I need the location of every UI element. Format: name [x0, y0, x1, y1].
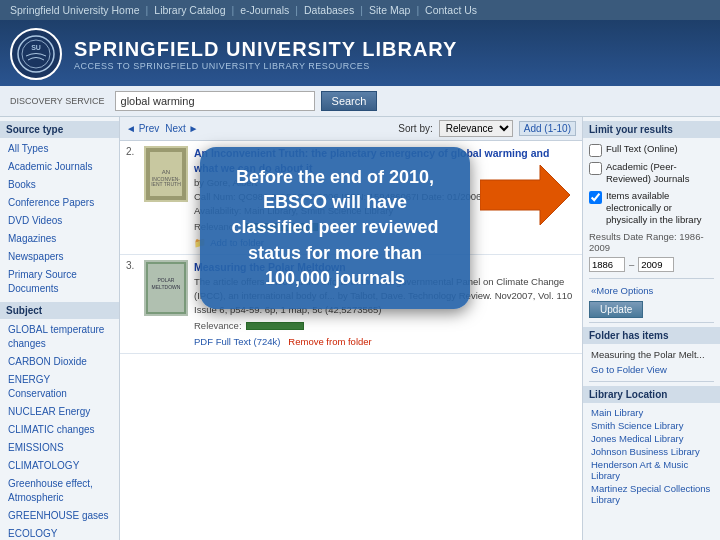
search-button[interactable]: Search	[321, 91, 378, 111]
sidebar-climatology[interactable]: CLIMATOLOGY	[0, 457, 119, 475]
university-tagline: Access to Springfield University Library…	[74, 61, 457, 71]
result-number-3: 3.	[126, 260, 138, 348]
folder-view-link[interactable]: Go to Folder View	[583, 362, 720, 377]
add-button[interactable]: Add (1-10)	[519, 121, 576, 136]
sidebar-greenhouse-gases[interactable]: GREENHOUSE gases	[0, 507, 119, 525]
university-seal: SU	[10, 28, 62, 80]
folder-item-1: Measuring the Polar Melt...	[583, 347, 720, 362]
main-content: Source type All Types Academic Journals …	[0, 117, 720, 540]
search-bar: DISCOVERY SERVICE Search	[0, 86, 720, 117]
sidebar-greenhouse-effect[interactable]: Greenhouse effect, Atmospheric	[0, 475, 119, 507]
tooltip-line5: 100,000 journals	[220, 266, 450, 291]
results-center: ◄ Prev Next ► Sort by: Relevance Add (1-…	[120, 117, 582, 540]
sidebar-academic-journals[interactable]: Academic Journals	[0, 158, 119, 176]
next-button[interactable]: Next ►	[165, 123, 198, 134]
nav-ejournals[interactable]: e-Journals	[240, 4, 289, 16]
sidebar-dvd-videos[interactable]: DVD Videos	[0, 212, 119, 230]
svg-text:SU: SU	[31, 44, 41, 51]
peer-reviewed-checkbox[interactable]	[589, 162, 602, 175]
results-bar: ◄ Prev Next ► Sort by: Relevance Add (1-…	[120, 117, 582, 141]
tooltip-line4: status for more than	[220, 241, 450, 266]
discovery-label: DISCOVERY SERVICE	[10, 96, 105, 106]
relevance-label-3: Relevance:	[194, 319, 242, 333]
update-button[interactable]: Update	[589, 301, 643, 318]
sidebar-conference-papers[interactable]: Conference Papers	[0, 194, 119, 212]
date-from-input[interactable]	[589, 257, 625, 272]
top-navigation: Springfield University Home | Library Ca…	[0, 0, 720, 20]
nav-sep: |	[146, 4, 149, 16]
nav-databases[interactable]: Databases	[304, 4, 354, 16]
result-number-2: 2.	[126, 146, 138, 249]
svg-text:MELTDOWN: MELTDOWN	[152, 284, 181, 290]
subject-heading: Subject	[0, 302, 119, 319]
sidebar-global-temp[interactable]: GLOBAL temperature changes	[0, 321, 119, 353]
date-range-label: Results Date Range: 1986-2009	[589, 231, 714, 253]
separator-1	[589, 278, 714, 279]
remove-folder-3[interactable]: Remove from folder	[288, 336, 371, 347]
university-name: SPRINGFIELD UNIVERSITY LIBRARY	[74, 38, 457, 61]
sidebar-energy-conservation[interactable]: ENERGY Conservation	[0, 371, 119, 403]
result-relevance-3: Relevance:	[194, 319, 576, 333]
tooltip-line3: classified peer reviewed	[220, 215, 450, 240]
sort-select[interactable]: Relevance	[439, 120, 513, 137]
sidebar-climatic-changes[interactable]: CLIMATIC changes	[0, 421, 119, 439]
loc-jones[interactable]: Jones Medical Library	[583, 432, 720, 445]
sort-label: Sort by:	[398, 123, 432, 134]
filter-available: Items available electronically or physic…	[583, 188, 720, 229]
sidebar-magazines[interactable]: Magazines	[0, 230, 119, 248]
svg-text:POLAR: POLAR	[158, 277, 175, 283]
location-heading: Library Location	[583, 386, 720, 403]
peer-reviewed-label: Academic (Peer-Reviewed) Journals	[606, 161, 714, 186]
tooltip-line2: EBSCO will have	[220, 190, 450, 215]
filter-peer-reviewed: Academic (Peer-Reviewed) Journals	[583, 159, 720, 188]
sidebar-all-types[interactable]: All Types	[0, 140, 119, 158]
prev-button[interactable]: ◄ Prev	[126, 123, 159, 134]
loc-smith[interactable]: Smith Science Library	[583, 419, 720, 432]
fulltext-checkbox[interactable]	[589, 144, 602, 157]
loc-martinez[interactable]: Martinez Special Collections Library	[583, 482, 720, 506]
svg-marker-12	[480, 165, 570, 225]
nav-catalog[interactable]: Library Catalog	[154, 4, 225, 16]
result-thumbnail-3: POLARMELTDOWN	[144, 260, 188, 316]
available-label: Items available electronically or physic…	[606, 190, 714, 227]
limit-results-heading: Limit your results	[583, 121, 720, 138]
separator-2	[589, 322, 714, 323]
source-type-heading: Source type	[0, 121, 119, 138]
tooltip-line1: Before the end of 2010,	[220, 165, 450, 190]
tooltip-box: Before the end of 2010, EBSCO will have …	[200, 147, 470, 309]
folder-heading: Folder has items	[583, 327, 720, 344]
arrow-graphic	[480, 165, 570, 227]
search-input[interactable]	[115, 91, 315, 111]
fulltext-label: Full Text (Online)	[606, 143, 678, 155]
result-thumbnail-2: ANINCONVEN-IENT TRUTH	[144, 146, 188, 202]
sidebar-newspapers[interactable]: Newspapers	[0, 248, 119, 266]
loc-main[interactable]: Main Library	[583, 406, 720, 419]
date-to-input[interactable]	[638, 257, 674, 272]
site-header: SU SPRINGFIELD UNIVERSITY LIBRARY Access…	[0, 20, 720, 86]
sidebar-ecology[interactable]: ECOLOGY	[0, 525, 119, 540]
available-checkbox[interactable]	[589, 191, 602, 204]
date-range-row: Results Date Range: 1986-2009	[583, 229, 720, 255]
sidebar-carbon-dioxide[interactable]: CARBON Dioxide	[0, 353, 119, 371]
sidebar-books[interactable]: Books	[0, 176, 119, 194]
nav-home[interactable]: Springfield University Home	[10, 4, 140, 16]
more-options-link[interactable]: «More Options	[583, 283, 720, 298]
result-actions-3: PDF Full Text (724k) Remove from folder	[194, 335, 576, 349]
nav-contact[interactable]: Contact Us	[425, 4, 477, 16]
sidebar-emissions[interactable]: EMISSIONS	[0, 439, 119, 457]
header-text: SPRINGFIELD UNIVERSITY LIBRARY Access to…	[74, 38, 457, 71]
date-inputs-row: –	[583, 255, 720, 274]
svg-text:IENT TRUTH: IENT TRUTH	[151, 181, 181, 187]
nav-sitemap[interactable]: Site Map	[369, 4, 410, 16]
loc-henderson[interactable]: Henderson Art & Music Library	[583, 458, 720, 482]
pdf-link-3[interactable]: PDF Full Text (724k)	[194, 336, 280, 347]
loc-johnson[interactable]: Johnson Business Library	[583, 445, 720, 458]
filter-fulltext: Full Text (Online)	[583, 141, 720, 159]
right-sidebar: Limit your results Full Text (Online) Ac…	[582, 117, 720, 540]
left-sidebar: Source type All Types Academic Journals …	[0, 117, 120, 540]
sidebar-primary-source[interactable]: Primary Source Documents	[0, 266, 119, 298]
relevance-bar-3	[246, 322, 304, 330]
svg-text:AN: AN	[162, 169, 170, 175]
sidebar-nuclear-energy[interactable]: NUCLEAR Energy	[0, 403, 119, 421]
separator-3	[589, 381, 714, 382]
